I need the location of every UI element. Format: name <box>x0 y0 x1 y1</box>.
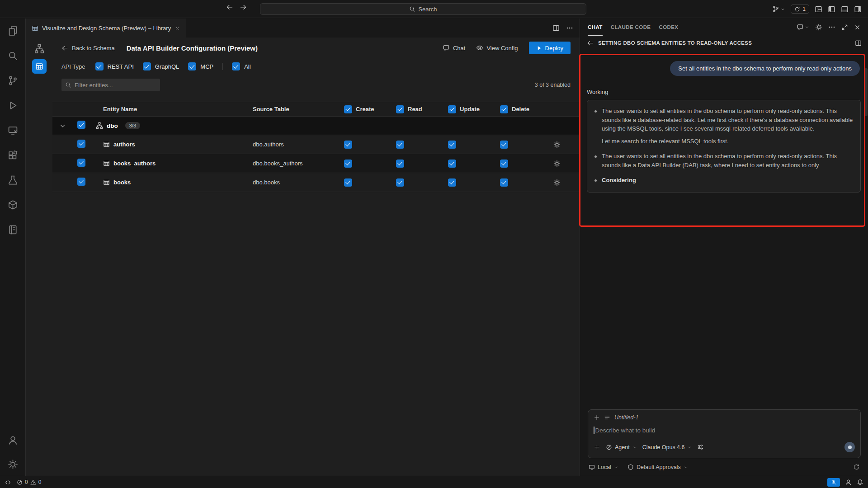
toggle-secondary-sidebar-icon[interactable] <box>854 5 862 13</box>
extensions-icon[interactable] <box>8 150 18 160</box>
mode-picker[interactable]: Agent <box>606 444 637 450</box>
chat-sessions-icon[interactable] <box>797 23 804 31</box>
source-control-menu[interactable] <box>772 5 785 13</box>
delete-checkbox[interactable] <box>500 178 508 187</box>
filter-entities-input[interactable] <box>75 82 151 89</box>
create-all-checkbox[interactable] <box>344 105 352 113</box>
read-all-checkbox[interactable] <box>396 105 404 113</box>
create-checkbox[interactable] <box>344 141 352 149</box>
command-center-search[interactable]: Search <box>260 3 586 15</box>
source-control-icon[interactable] <box>8 75 18 86</box>
view-config-button[interactable]: View Config <box>476 44 518 52</box>
create-checkbox[interactable] <box>344 178 352 187</box>
row-settings-gear-icon[interactable] <box>553 160 561 167</box>
chevron-down-icon <box>780 7 785 12</box>
chat-button[interactable]: Chat <box>443 44 465 52</box>
tab-codex[interactable]: CODEX <box>659 19 678 36</box>
graphql-checkbox[interactable]: GraphQL <box>143 62 179 70</box>
checkbox-graphql[interactable] <box>143 62 151 70</box>
chat-input-box[interactable]: Untitled-1 Describe what to build Agent … <box>588 409 861 458</box>
toggle-panel-icon[interactable] <box>841 5 849 13</box>
approvals-picker[interactable]: Default Approvals <box>627 464 688 470</box>
explorer-icon[interactable] <box>8 26 18 36</box>
customize-layout-icon[interactable] <box>815 5 822 13</box>
run-debug-icon[interactable] <box>8 100 18 111</box>
add-context-icon[interactable] <box>594 414 600 421</box>
chevron-down-icon[interactable] <box>59 122 66 129</box>
delete-checkbox[interactable] <box>500 160 508 168</box>
refresh-session-icon[interactable] <box>853 464 860 470</box>
send-button[interactable] <box>844 442 855 452</box>
search-sidebar-icon[interactable] <box>8 51 18 61</box>
checkbox-all[interactable] <box>232 62 240 70</box>
chat-text-input[interactable]: Describe what to build <box>594 427 855 434</box>
back-to-schema-button[interactable]: Back to Schema <box>61 45 115 52</box>
remote-indicator-icon[interactable] <box>5 479 11 486</box>
environment-picker[interactable]: Local <box>589 464 618 470</box>
context-file-name[interactable]: Untitled-1 <box>614 414 639 421</box>
delete-checkbox[interactable] <box>500 141 508 149</box>
toggle-primary-sidebar-icon[interactable] <box>828 5 835 13</box>
close-panel-icon[interactable] <box>854 24 861 31</box>
dbo-group-checkbox[interactable] <box>77 121 85 129</box>
update-checkbox[interactable] <box>448 178 456 187</box>
table-row-books[interactable]: books dbo.books <box>52 173 580 192</box>
chat-settings-gear-icon[interactable] <box>815 23 822 31</box>
read-checkbox[interactable] <box>396 160 404 168</box>
search-icon <box>409 6 415 12</box>
read-checkbox[interactable] <box>396 141 404 149</box>
tools-sliders-icon[interactable] <box>697 444 704 450</box>
update-checkbox[interactable] <box>448 141 456 149</box>
more-actions-icon[interactable] <box>828 23 835 31</box>
row-checkbox[interactable] <box>77 178 85 186</box>
notifications-bell-icon[interactable] <box>857 479 863 486</box>
history-back-icon[interactable] <box>226 4 233 11</box>
row-settings-gear-icon[interactable] <box>553 179 561 186</box>
thought-item: The user wants to set all entities in th… <box>594 152 853 169</box>
maximize-panel-icon[interactable] <box>841 24 848 31</box>
read-checkbox[interactable] <box>396 178 404 187</box>
sync-status-badge[interactable]: 1 <box>791 5 809 14</box>
accounts-icon[interactable] <box>8 435 18 446</box>
schema-designer-view-icon[interactable] <box>34 44 44 54</box>
rest-api-checkbox[interactable]: REST API <box>95 62 134 70</box>
chevron-down-icon[interactable] <box>805 25 809 29</box>
update-checkbox[interactable] <box>448 160 456 168</box>
settings-gear-icon[interactable] <box>8 459 18 469</box>
open-session-editor-icon[interactable] <box>855 40 862 47</box>
language-accounts-icon[interactable] <box>845 479 852 486</box>
more-actions-icon[interactable] <box>566 24 573 32</box>
tab-visualize-design-schema[interactable]: Visualize and Design Schema (Preview) – … <box>26 19 186 38</box>
history-forward-icon[interactable] <box>240 4 247 11</box>
row-settings-gear-icon[interactable] <box>553 141 561 148</box>
all-checkbox[interactable]: All <box>232 62 250 70</box>
model-picker[interactable]: Claude Opus 4.6 <box>642 444 692 450</box>
deploy-button[interactable]: Deploy <box>529 42 571 54</box>
close-tab-icon[interactable] <box>175 25 180 31</box>
back-arrow-icon[interactable] <box>587 40 594 47</box>
delete-all-checkbox[interactable] <box>500 105 508 113</box>
checkbox-rest[interactable] <box>95 62 104 70</box>
mcp-checkbox[interactable]: MCP <box>188 62 213 70</box>
remote-explorer-icon[interactable] <box>8 125 18 136</box>
split-editor-icon[interactable] <box>552 24 560 32</box>
row-checkbox[interactable] <box>77 140 85 148</box>
update-all-checkbox[interactable] <box>448 105 456 113</box>
agent-thinking-box[interactable]: The user wants to set all entities in th… <box>587 100 861 192</box>
tab-claude-code[interactable]: CLAUDE CODE <box>611 19 651 36</box>
testing-icon[interactable] <box>8 175 18 185</box>
table-row-books-authors[interactable]: books_authors dbo.books_authors <box>52 154 580 173</box>
zoom-indicator[interactable] <box>827 478 840 487</box>
api-config-view-tile[interactable] <box>32 59 47 74</box>
tab-chat[interactable]: CHAT <box>588 19 603 36</box>
checkbox-mcp[interactable] <box>188 62 196 70</box>
schema-group-row[interactable]: dbo 3/3 <box>52 117 580 135</box>
database-projects-icon[interactable] <box>8 200 18 210</box>
problems-indicator[interactable]: 0 0 <box>17 479 41 485</box>
create-checkbox[interactable] <box>344 160 352 168</box>
attach-icon[interactable] <box>594 444 600 450</box>
row-checkbox[interactable] <box>77 159 85 167</box>
table-row-authors[interactable]: authors dbo.authors <box>52 135 580 154</box>
notebooks-icon[interactable] <box>8 225 18 235</box>
scrollbar-thumb[interactable] <box>864 68 868 116</box>
